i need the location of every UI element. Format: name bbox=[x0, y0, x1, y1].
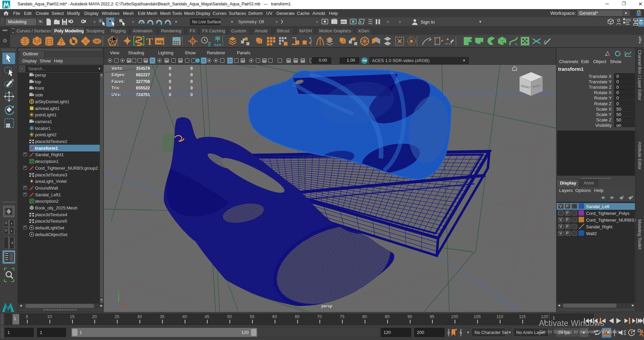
svg-text:327708: 327708 bbox=[136, 79, 150, 84]
svg-text:0: 0 bbox=[169, 79, 171, 84]
svg-text:x: x bbox=[125, 303, 127, 307]
svg-text:IPR: IPR bbox=[341, 21, 346, 24]
svg-text:T: T bbox=[146, 36, 153, 47]
svg-text:Tris:: Tris: bbox=[112, 86, 120, 90]
svg-text:655522: 655522 bbox=[136, 86, 150, 90]
svg-text:682227: 682227 bbox=[136, 73, 150, 77]
svg-text:0: 0 bbox=[169, 73, 171, 77]
svg-text:Verts:: Verts: bbox=[112, 66, 123, 71]
svg-text:UVs:: UVs: bbox=[112, 92, 121, 97]
svg-text:0: 0 bbox=[190, 66, 193, 71]
svg-text:persp: persp bbox=[321, 304, 333, 309]
svg-text:0: 0 bbox=[169, 66, 171, 71]
svg-text:y: y bbox=[118, 290, 120, 293]
svg-text:0: 0 bbox=[190, 73, 193, 77]
svg-text:0: 0 bbox=[190, 92, 193, 97]
svg-text:0: 0 bbox=[169, 92, 171, 97]
svg-text:0: 0 bbox=[169, 86, 171, 90]
svg-text:Edges:: Edges: bbox=[112, 73, 126, 77]
svg-text:0: 0 bbox=[190, 79, 193, 84]
svg-text:354579: 354579 bbox=[136, 66, 150, 71]
svg-text:0: 0 bbox=[190, 86, 193, 90]
svg-text:svg: svg bbox=[156, 39, 163, 44]
svg-text:0,0,0: 0,0,0 bbox=[214, 43, 221, 47]
svg-text:Faces:: Faces: bbox=[112, 79, 125, 84]
svg-text:724751: 724751 bbox=[136, 92, 150, 97]
